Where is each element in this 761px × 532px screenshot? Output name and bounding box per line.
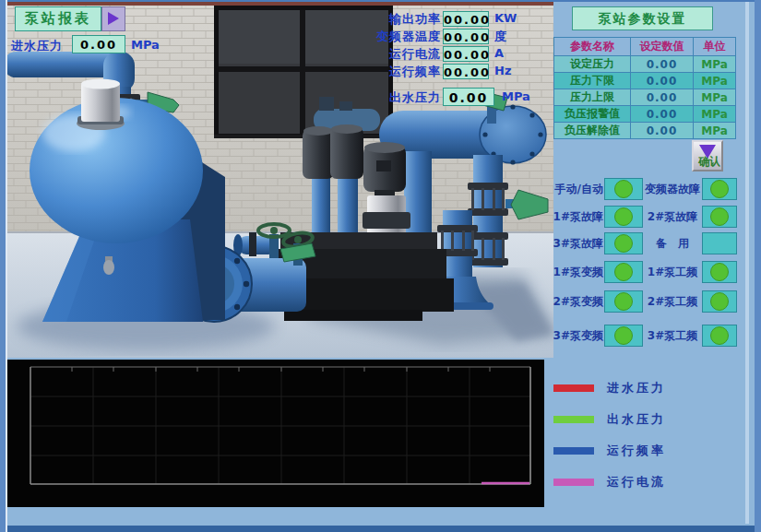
indicator-label-vfd-fault: 变频器故障	[644, 178, 701, 200]
indicator-label-pump2-mains: 2#泵工频	[644, 290, 701, 313]
trend-chart-plot	[7, 360, 544, 507]
frame-border-left	[0, 0, 7, 532]
frame-border-bottom	[0, 526, 761, 532]
table-row: 压力上限 0.00 MPa	[554, 89, 736, 106]
frame-border-right	[755, 0, 761, 532]
col-header-name: 参数名称	[554, 38, 631, 56]
status-lamp	[710, 263, 729, 281]
legend-color-run-frequency	[553, 447, 594, 455]
indicator-lamp-pump1-mains	[702, 261, 737, 283]
run-frequency-label: 运行频率	[312, 64, 441, 80]
param-value-input[interactable]: 0.00	[631, 56, 694, 73]
output-power-label: 输出功率	[312, 11, 441, 28]
indicator-label-spare: 备 用	[644, 232, 701, 254]
run-current-label: 运行电流	[312, 46, 441, 63]
inverter-temp-value: 00.00	[443, 29, 489, 44]
status-lamp	[710, 180, 729, 198]
settings-panel: 泵站参数设置 参数名称 设定数值 单位 设定压力 0.00 MPa 压力下限 0…	[553, 0, 754, 526]
settings-title: 泵站参数设置	[572, 6, 713, 30]
indicator-lamp-pump3-fault	[604, 232, 643, 254]
confirm-button[interactable]: 确认	[692, 140, 723, 171]
parameter-table: 参数名称 设定数值 单位 设定压力 0.00 MPa 压力下限 0.00 MPa…	[553, 37, 736, 139]
param-value-input[interactable]: 0.00	[631, 89, 694, 106]
play-right-icon	[108, 12, 119, 25]
inverter-temp-unit: 度	[494, 29, 506, 45]
report-arrow-button[interactable]	[101, 6, 125, 31]
output-power-unit: KW	[494, 11, 517, 25]
run-frequency-unit: Hz	[494, 64, 511, 77]
col-header-unit: 单位	[694, 38, 736, 56]
trend-chart	[7, 360, 544, 507]
chart-grid	[30, 367, 530, 484]
inverter-temp-label: 变频器温度	[312, 29, 441, 45]
indicator-label-pump3-fault: 3#泵故障	[548, 232, 603, 254]
run-current-unit: A	[494, 46, 504, 60]
legend-color-run-current	[553, 479, 594, 486]
status-lamp	[710, 207, 729, 226]
indicator-lamp-pump2-fault	[702, 206, 737, 228]
inlet-pressure-unit: MPa	[131, 38, 160, 52]
status-lamp	[614, 180, 633, 198]
inlet-pressure-label: 进水压力	[11, 38, 63, 54]
legend-label: 进水压力	[607, 380, 666, 396]
table-row: 压力下限 0.00 MPa	[554, 73, 736, 89]
table-header-row: 参数名称 设定数值 单位	[554, 38, 736, 56]
param-name: 设定压力	[554, 56, 631, 73]
table-row: 负压解除值 0.00 MPa	[554, 123, 736, 139]
status-lamp	[710, 326, 729, 345]
table-row: 设定压力 0.00 MPa	[554, 56, 736, 73]
param-name: 压力上限	[554, 89, 631, 106]
param-name: 压力下限	[554, 73, 631, 89]
outlet-pressure-value: 0.00	[443, 88, 494, 106]
run-current-value: 00.00	[443, 46, 489, 62]
param-unit: MPa	[694, 73, 736, 89]
col-header-value: 设定数值	[631, 38, 694, 56]
report-button[interactable]: 泵站报表	[15, 6, 101, 31]
status-lamp	[710, 292, 729, 311]
legend-color-inlet-pressure	[553, 384, 594, 392]
status-lamp	[614, 207, 633, 226]
legend-color-outlet-pressure	[553, 416, 594, 423]
param-value-input[interactable]: 0.00	[631, 123, 694, 139]
status-lamp	[614, 263, 633, 281]
indicator-lamp-vfd-fault	[702, 178, 737, 200]
param-unit: MPa	[694, 89, 736, 106]
legend-label: 运行电流	[607, 474, 666, 491]
param-name: 负压报警值	[554, 106, 631, 123]
hmi-screen: 泵站报表 进水压力 0.00 MPa 输出功率 00.00 KW 变频器温度 0…	[0, 0, 761, 532]
indicator-lamp-pump3-vfd	[604, 325, 643, 347]
status-lamp	[614, 234, 633, 253]
legend-label: 出水压力	[607, 411, 666, 428]
param-unit: MPa	[694, 123, 736, 139]
output-power-value: 00.00	[443, 11, 489, 27]
indicator-lamp-pump2-mains	[702, 290, 737, 313]
indicator-lamp-pump2-vfd	[604, 290, 643, 313]
param-name: 负压解除值	[554, 123, 631, 139]
inlet-pressure-value: 0.00	[72, 35, 125, 53]
tank-top-cylinder	[77, 79, 125, 131]
legend-label: 运行频率	[607, 443, 666, 459]
outlet-pressure-label: 出水压力	[312, 89, 441, 106]
frame-border-top	[0, 0, 761, 2]
indicator-lamp-auto-manual	[604, 178, 643, 200]
indicator-label-pump3-vfd: 3#泵变频	[548, 325, 603, 347]
indicator-label-pump2-fault: 2#泵故障	[644, 206, 701, 228]
confirm-button-label: 确认	[698, 154, 720, 170]
indicator-lamp-pump1-fault	[604, 206, 643, 228]
pump-station-3d-view: 泵站报表 进水压力 0.00 MPa 输出功率 00.00 KW 变频器温度 0…	[7, 2, 553, 358]
indicator-lamp-pump1-vfd	[604, 261, 643, 283]
param-value-input[interactable]: 0.00	[631, 106, 694, 123]
indicator-label-pump1-mains: 1#泵工频	[644, 261, 701, 283]
param-unit: MPa	[694, 106, 736, 123]
run-frequency-value: 00.00	[443, 64, 489, 79]
indicator-lamp-spare	[702, 232, 737, 254]
status-lamp	[614, 326, 633, 345]
outlet-pressure-unit: MPa	[502, 89, 530, 103]
status-lamp	[614, 292, 633, 311]
indicator-label-pump1-vfd: 1#泵变频	[548, 261, 603, 283]
table-row: 负压报警值 0.00 MPa	[554, 106, 736, 123]
indicator-lamp-pump3-mains	[702, 325, 737, 347]
indicator-label-pump3-mains: 3#泵工频	[644, 325, 701, 347]
indicator-label-pump2-vfd: 2#泵变频	[548, 290, 603, 313]
param-value-input[interactable]: 0.00	[631, 73, 694, 89]
